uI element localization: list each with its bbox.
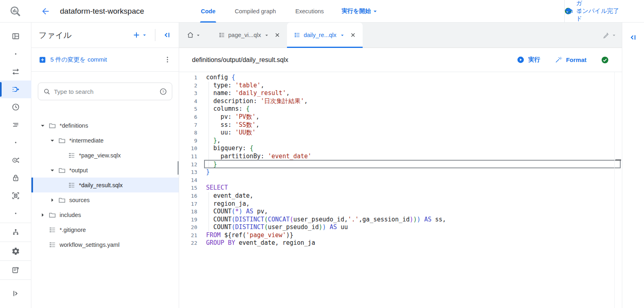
collapse-right-panel-icon[interactable]: [629, 33, 638, 42]
caret-down-icon[interactable]: [47, 166, 57, 174]
code-line-text: bigquery: {: [197, 145, 253, 153]
commit-changes-button[interactable]: 5 件の変更を commit: [39, 56, 107, 64]
editor-tabs: page_vi...qlxdaily_re...qlx: [212, 23, 363, 48]
tree-item-intermediate[interactable]: *intermediate: [31, 133, 179, 148]
workspace-title: dataform-test-workspace: [60, 7, 165, 16]
line-number: 19: [179, 216, 197, 224]
back-arrow-icon[interactable]: [41, 6, 50, 16]
code-area[interactable]: 1config {2 type: 'table',3 name: 'daily_…: [179, 72, 622, 308]
code-line[interactable]: 22GROUP BY event_date, region_ja: [179, 239, 622, 247]
lock-icon: [11, 174, 20, 182]
code-line[interactable]: 6 pv: 'PV数',: [179, 113, 622, 121]
tree-item-page_view.sqlx[interactable]: *page_view.sqlx: [31, 148, 179, 163]
guide-button[interactable]: ガイド: [564, 0, 565, 23]
line-number: 5: [179, 105, 197, 113]
caret-down-icon: [339, 32, 345, 38]
code-line[interactable]: 14: [179, 176, 622, 184]
code-line[interactable]: 5 columns: {: [179, 105, 622, 113]
search-input[interactable]: [54, 88, 156, 95]
overview-ruler[interactable]: [614, 72, 615, 308]
help-circle-icon[interactable]: ?: [159, 88, 167, 95]
tab-executions[interactable]: Executions: [286, 0, 334, 23]
code-line[interactable]: 7 ss: 'SS数',: [179, 121, 622, 129]
more-vert-icon[interactable]: [163, 56, 171, 64]
editor-tab-daily_reqlx[interactable]: daily_re...qlx: [287, 23, 362, 48]
code-line-text: partitionBy: 'event_date': [197, 153, 312, 161]
tree-item-label: includes: [60, 212, 81, 218]
tree-item-includes[interactable]: includes: [31, 207, 179, 222]
code-line[interactable]: 1config {: [179, 74, 622, 82]
line-number: 4: [179, 97, 197, 105]
tree-item-.gitignore[interactable]: *.gitignore: [31, 222, 179, 237]
tree-item-definitions[interactable]: *definitions: [31, 118, 179, 133]
line-number: 9: [179, 137, 197, 145]
tab-compiled-graph[interactable]: Compiled graph: [225, 0, 285, 23]
close-tab-icon[interactable]: [350, 32, 356, 38]
code-line-text: [197, 176, 206, 184]
format-label: Format: [566, 56, 586, 63]
edit-sparkle-icon[interactable]: [602, 31, 610, 39]
code-line[interactable]: 4 description: '日次集計結果',: [179, 97, 622, 105]
rail-item-history-clock-icon[interactable]: [0, 98, 31, 116]
sidebar-scrollbar[interactable]: [178, 161, 179, 175]
compose-note-icon: [11, 266, 20, 275]
editor-tab-page_viqlx[interactable]: page_vi...qlx: [212, 23, 287, 48]
code-line[interactable]: 3 name: 'daily_result',: [179, 89, 622, 97]
format-button[interactable]: Format: [555, 56, 586, 64]
tree-item-output[interactable]: *output: [31, 163, 179, 178]
code-line-text: region_ja,: [197, 200, 250, 208]
code-line[interactable]: 8 uu: 'UU数': [179, 129, 622, 137]
caret-down-icon[interactable]: [47, 136, 57, 145]
rail-item-pipeline-merge-icon[interactable]: [0, 81, 31, 98]
rail-item-lock-icon[interactable]: [0, 169, 31, 187]
editor-tab-label: daily_re...qlx: [303, 32, 336, 38]
swap-arrows-icon: [11, 67, 20, 76]
code-line-text: description: '日次集計結果',: [197, 97, 308, 105]
line-number: 20: [179, 223, 197, 232]
search-icon: [43, 88, 51, 95]
code-line[interactable]: 2 type: 'table',: [179, 82, 622, 90]
code-line[interactable]: 11 partitionBy: 'event_date': [179, 153, 622, 161]
run-button[interactable]: 実行: [517, 56, 540, 64]
code-line-text: event_date,: [197, 192, 253, 200]
rail-item-swap-arrows-icon[interactable]: [0, 63, 31, 81]
code-line[interactable]: 15SELECT: [179, 184, 622, 192]
code-line[interactable]: 9 },: [179, 137, 622, 145]
close-tab-icon[interactable]: [274, 32, 281, 38]
line-number: 8: [179, 129, 197, 137]
code-line[interactable]: 13}: [179, 168, 622, 176]
caret-down-icon[interactable]: [38, 122, 47, 130]
home-tab-button[interactable]: [186, 31, 201, 39]
caret-right-icon[interactable]: [47, 196, 57, 204]
rail-item-compose-note-icon[interactable]: [0, 261, 31, 279]
code-line[interactable]: 17 region_ja,: [179, 200, 622, 208]
code-line[interactable]: 16 event_date,: [179, 192, 622, 200]
code-line[interactable]: 10 bigquery: {: [179, 145, 622, 153]
code-line[interactable]: 20 COUNT(DISTINCT(user_pseudo_id)) AS uu: [179, 223, 622, 232]
run-label: 実行: [528, 56, 540, 64]
collapse-sidebar-icon[interactable]: [163, 31, 171, 39]
caret-right-icon[interactable]: [38, 211, 47, 219]
code-editor[interactable]: 1config {2 type: 'table',3 name: 'daily_…: [179, 72, 622, 308]
tree-item-workflow_settings.yaml[interactable]: workflow_settings.yaml: [31, 237, 179, 252]
commit-row: 5 件の変更を commit: [31, 48, 179, 72]
rail-item-gear-icon[interactable]: [0, 242, 31, 260]
chevron-down-icon[interactable]: [611, 32, 617, 38]
rail-item-density-lines-icon[interactable]: [0, 116, 31, 134]
code-line-text: uu: 'UU数': [197, 129, 256, 137]
tab-code[interactable]: Code: [191, 0, 225, 23]
rail-item-scan-document-icon[interactable]: [0, 187, 31, 205]
add-file-button[interactable]: [132, 31, 148, 39]
code-line-text: ss: 'SS数',: [197, 121, 259, 129]
rail-item-expand-panel-icon[interactable]: [0, 285, 31, 302]
rail-item-data-canvas-icon[interactable]: [0, 151, 31, 169]
code-line[interactable]: 21FROM ${ref('page_view')}: [179, 232, 622, 240]
rail-item-hierarchy-icon[interactable]: [0, 223, 31, 241]
tree-indent-spacer: [38, 226, 47, 234]
tree-item-sources[interactable]: sources: [31, 192, 179, 207]
start-execution-button[interactable]: 実行を開始: [342, 7, 379, 15]
tree-item-daily_result.sqlx[interactable]: *daily_result.sqlx: [31, 178, 179, 192]
rail-item-dashboard-grid-icon[interactable]: [0, 27, 31, 45]
code-line[interactable]: 18 COUNT(*) AS pv,: [179, 208, 622, 216]
code-line[interactable]: 19 COUNT(DISTINCT(CONCAT(user_pseudo_id,…: [179, 216, 622, 224]
